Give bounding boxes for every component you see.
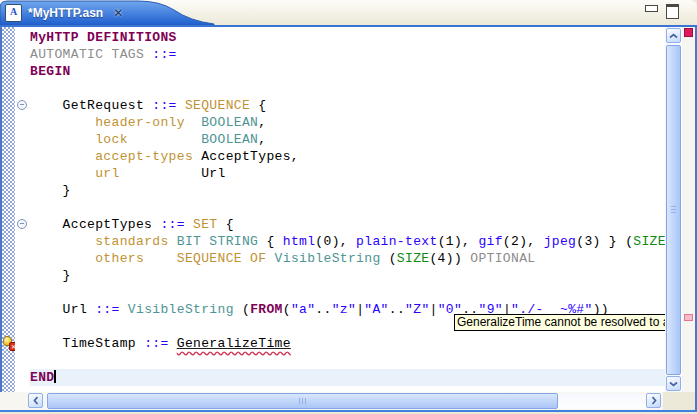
code-token [30, 149, 95, 164]
code-token [30, 234, 95, 249]
view-controls [645, 4, 679, 19]
code-line[interactable] [30, 199, 665, 216]
code-token: "a" [291, 302, 315, 317]
code-token: { [218, 217, 234, 232]
editor-window: A *MyHTTP.asn ✕ ✕ MyHTTP DEFINITIONSAUTO… [0, 0, 697, 414]
code-line[interactable]: END [30, 369, 665, 386]
code-line[interactable] [30, 284, 665, 301]
code-token: (3) } ( [576, 234, 633, 249]
unresolved-type-token: GeneralizeTime [177, 336, 291, 351]
text-caret [54, 370, 56, 383]
tab-myhttp-asn[interactable]: A *MyHTTP.asn ✕ [0, 0, 220, 25]
code-line[interactable]: TimeStamp ::= GeneralizeTime [30, 335, 665, 352]
code-token: BOOLEAN [201, 115, 258, 130]
scroll-right-arrow[interactable] [646, 393, 661, 408]
code-token [169, 336, 177, 351]
code-token: { [250, 98, 266, 113]
close-icon[interactable]: ✕ [113, 7, 123, 19]
folding-ruler[interactable] [15, 27, 30, 392]
code-token [79, 30, 87, 45]
fold-collapse-icon[interactable] [17, 219, 27, 229]
overview-error-marker[interactable] [684, 314, 693, 321]
code-token [128, 132, 201, 147]
code-token [30, 115, 95, 130]
code-token: GeneralizeTime [177, 336, 291, 351]
code-token: ::= [95, 302, 119, 317]
code-line[interactable]: } [30, 182, 665, 199]
maximize-icon[interactable] [666, 4, 679, 19]
code-token: GetRequest [30, 98, 152, 113]
editor-content: ✕ MyHTTP DEFINITIONSAUTOMATIC TAGS ::=BE… [0, 27, 697, 392]
code-line[interactable]: standards BIT STRING { html(0), plain-te… [30, 233, 665, 250]
code-token: header-only [95, 115, 185, 130]
code-token: "Z" [405, 302, 429, 317]
overview-error-indicator[interactable] [684, 28, 693, 37]
scrollbar-corner [663, 392, 695, 410]
code-token [30, 132, 95, 147]
code-token [177, 98, 185, 113]
scroll-left-arrow[interactable] [28, 393, 43, 408]
code-area[interactable]: MyHTTP DEFINITIONSAUTOMATIC TAGS ::=BEGI… [30, 27, 665, 392]
code-token: .. [389, 302, 405, 317]
vertical-scroll-thumb[interactable] [666, 45, 681, 375]
code-line[interactable]: others SEQUENCE OF VisibleString (SIZE(4… [30, 250, 665, 267]
code-token [185, 115, 201, 130]
code-line[interactable]: GetRequest ::= SEQUENCE { [30, 97, 665, 114]
editor-tab-bar: A *MyHTTP.asn ✕ [0, 0, 697, 25]
code-line[interactable] [30, 352, 665, 369]
scroll-down-arrow[interactable] [666, 376, 681, 391]
code-token: gif [478, 234, 502, 249]
code-token: BIT STRING [177, 234, 259, 249]
vertical-scrollbar[interactable] [665, 27, 682, 392]
code-token [120, 302, 128, 317]
code-token: ( [234, 302, 250, 317]
code-token: , [258, 115, 266, 130]
code-line[interactable] [30, 80, 665, 97]
code-token: accept-types [95, 149, 193, 164]
horizontal-scroll-track[interactable] [46, 393, 646, 409]
code-line[interactable]: header-only BOOLEAN, [30, 114, 665, 131]
code-token: ::= [152, 98, 176, 113]
fold-collapse-icon[interactable] [17, 100, 27, 110]
code-token [30, 166, 95, 181]
code-line[interactable]: } [30, 267, 665, 284]
code-token: jpeg [544, 234, 577, 249]
code-line[interactable]: MyHTTP DEFINITIONS [30, 29, 665, 46]
code-line[interactable]: AcceptTypes ::= SET { [30, 216, 665, 233]
code-token: AUTOMATIC TAGS [30, 47, 144, 62]
annotation-ruler[interactable]: ✕ [2, 27, 15, 392]
code-token [169, 234, 177, 249]
overview-ruler[interactable] [682, 27, 695, 392]
code-token: { [258, 234, 282, 249]
code-token: AcceptTypes, [193, 149, 299, 164]
code-token: BEGIN [30, 64, 71, 79]
horizontal-scrollbar[interactable] [0, 392, 697, 410]
horizontal-scroll-thumb[interactable] [47, 393, 558, 409]
minimize-icon[interactable] [645, 5, 658, 12]
scroll-up-arrow[interactable] [666, 28, 681, 43]
code-line[interactable]: lock BOOLEAN, [30, 131, 665, 148]
code-token: ::= [160, 217, 184, 232]
code-token: } [30, 268, 71, 283]
error-tooltip: GeneralizeTime cannot be resolved to a t… [454, 314, 665, 331]
code-line[interactable]: accept-types AcceptTypes, [30, 148, 665, 165]
code-token: "z" [332, 302, 356, 317]
code-token: } [30, 183, 71, 198]
code-token: Url [30, 302, 95, 317]
code-token: VisibleString [128, 302, 234, 317]
code-token: .. [315, 302, 331, 317]
code-token: ( [381, 251, 397, 266]
code-token: FROM [250, 302, 283, 317]
code-line[interactable]: AUTOMATIC TAGS ::= [30, 46, 665, 63]
code-token: (1), [438, 234, 479, 249]
code-token: DEFINITIONS [87, 30, 177, 45]
code-token: "A" [364, 302, 388, 317]
code-line[interactable]: BEGIN [30, 63, 665, 80]
code-token: others [95, 251, 144, 266]
code-token: Url [120, 166, 226, 181]
code-token [185, 217, 193, 232]
code-line[interactable]: url Url [30, 165, 665, 182]
code-token [144, 251, 177, 266]
code-token: VisibleString [275, 251, 381, 266]
code-token: SIZE [633, 234, 665, 249]
